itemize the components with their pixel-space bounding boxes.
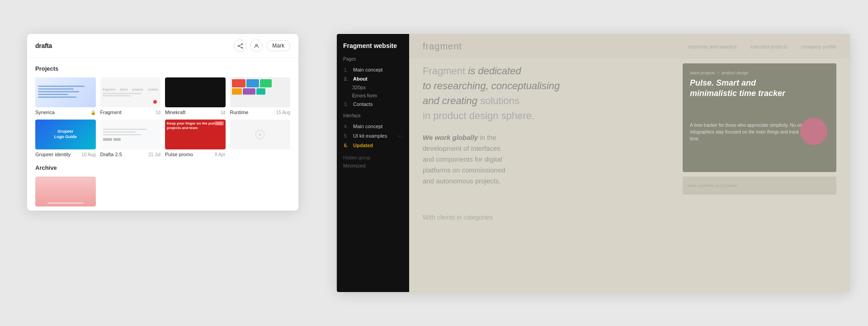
svg-point-5 — [255, 44, 257, 46]
fragment-thumb: fragment about projects contact — [100, 77, 161, 107]
drafta25-thumb — [100, 120, 161, 149]
header-actions: Mark — [234, 39, 290, 52]
project-runtime[interactable]: Runtime 15 Aug — [230, 77, 291, 115]
fragment-text-column: Fragment is dedicatedto researching, con… — [423, 59, 674, 290]
project-name: Drafta 2.5 — [100, 152, 122, 157]
fragment-subtext: We work globally in the development of i… — [423, 132, 674, 187]
fragment-main-content: fragment expertise and practice selected… — [409, 34, 850, 292]
nav-link-expertise[interactable]: expertise and practice — [688, 44, 737, 49]
project-name: Runtime — [230, 110, 249, 115]
archive-grid — [35, 177, 290, 206]
project-minekraft[interactable]: Minekraft 1d — [165, 77, 226, 115]
svg-point-2 — [241, 47, 243, 48]
project-name: Pulse promo — [165, 152, 193, 157]
project-date: 8 Apr — [215, 152, 225, 157]
fragment-bottom-text: With clients in categories — [423, 214, 674, 221]
user-button[interactable] — [250, 39, 263, 52]
project-drafta25[interactable]: Drafta 2.5 21 Jul — [100, 120, 161, 157]
nav-link-projects[interactable]: selected projects — [750, 44, 788, 49]
project-name: Minekraft — [165, 110, 185, 115]
project-synerica[interactable]: Synerica 🔒 — [35, 77, 96, 115]
archive-title: Archive — [35, 164, 290, 171]
card-circle-decoration — [800, 118, 827, 145]
fragment-dot-indicator — [153, 100, 157, 104]
svg-point-0 — [241, 43, 243, 45]
minimized-label[interactable]: Minimized — [343, 163, 403, 168]
fragment-sidebar-title: Fragment website — [343, 42, 403, 49]
pages-label: Pages — [343, 57, 403, 62]
project-grupeer[interactable]: GrupeerLogo Guide Grupeer identity 10 Au… — [35, 120, 96, 157]
card-footer: node expertise and practice — [683, 177, 836, 195]
user-icon — [254, 43, 259, 49]
mark-button[interactable]: Mark — [266, 40, 290, 51]
card-title: Pulse. Smart andminimalistic time tracke… — [690, 78, 829, 99]
fragment-nav-logo: fragment — [423, 41, 462, 52]
fragment-nav: fragment expertise and practice selected… — [409, 34, 850, 59]
drafta-header: drafta Mark — [27, 34, 298, 58]
projects-grid: Synerica 🔒 fragment about projects conta… — [35, 77, 290, 157]
archive-thumb — [35, 177, 96, 206]
svg-line-4 — [239, 46, 241, 48]
interface-label: Interface — [343, 113, 403, 118]
fragment-heading: Fragment is dedicatedto researching, con… — [423, 63, 674, 123]
share-button[interactable] — [234, 39, 246, 52]
svg-point-1 — [238, 45, 239, 47]
project-date: 1d — [156, 110, 160, 115]
project-name: Grupeer identity — [35, 152, 71, 157]
sidebar-item-about[interactable]: 2. About — [343, 74, 403, 83]
share-icon — [237, 43, 243, 49]
archive-card[interactable] — [35, 177, 96, 206]
project-name: Synerica — [35, 110, 55, 115]
project-date: 1d — [220, 110, 225, 115]
fragment-content: Fragment is dedicatedto researching, con… — [409, 59, 850, 290]
project-pulse[interactable]: Keep your finger on the pulse of project… — [165, 120, 226, 157]
hidden-group-label: Hidden group — [343, 155, 403, 160]
drafta-body: Projects Synerica 🔒 — [27, 58, 298, 211]
card-tag: latest projects › product design — [690, 71, 829, 75]
lock-icon: 🔒 — [90, 110, 96, 115]
fragment-nav-links: expertise and practice selected projects… — [688, 44, 836, 49]
project-date: 21 Jul — [148, 152, 160, 157]
synerica-thumb — [35, 77, 96, 107]
drafta-logo: drafta — [35, 42, 52, 49]
drafta-panel: drafta Mark Projects — [27, 34, 298, 211]
projects-section-title: Projects — [35, 65, 290, 72]
sidebar-item-updated[interactable]: 6. Updated — [343, 141, 403, 150]
sidebar-sub-errors[interactable]: Errors form — [343, 91, 403, 100]
pulse-thumb: Keep your finger on the pulse of project… — [165, 120, 226, 149]
project-empty[interactable]: + — [230, 120, 291, 157]
fragment-card-column: latest projects › product design Pulse. … — [683, 59, 836, 290]
nav-link-profile[interactable]: company profile — [801, 44, 836, 49]
svg-line-3 — [239, 44, 241, 46]
project-fragment[interactable]: fragment about projects contact Fragment… — [100, 77, 161, 115]
project-date: 10 Aug — [81, 152, 95, 157]
sidebar-sub-320px[interactable]: 320px — [343, 83, 403, 91]
sidebar-item-interface-main[interactable]: 4. Main concept — [343, 122, 403, 131]
runtime-thumb — [230, 77, 291, 107]
minekraft-thumb — [165, 77, 226, 107]
sidebar-item-ui-kit[interactable]: 5. UI kit examples ··· — [343, 131, 403, 141]
fragment-panel: Fragment website Pages 1. Main concept 2… — [337, 34, 850, 292]
fragment-sidebar: Fragment website Pages 1. Main concept 2… — [337, 34, 409, 292]
project-date: 15 Aug — [276, 110, 290, 115]
sidebar-item-contacts[interactable]: 3. Contacts — [343, 100, 403, 109]
project-name: Fragment — [100, 110, 122, 115]
ellipsis-icon: ··· — [397, 133, 402, 139]
archive-section: Archive — [35, 164, 290, 206]
empty-thumb: + — [230, 120, 291, 149]
grupeer-thumb: GrupeerLogo Guide — [35, 120, 96, 149]
fragment-card: latest projects › product design Pulse. … — [683, 63, 836, 172]
sidebar-item-main-concept[interactable]: 1. Main concept — [343, 65, 403, 74]
